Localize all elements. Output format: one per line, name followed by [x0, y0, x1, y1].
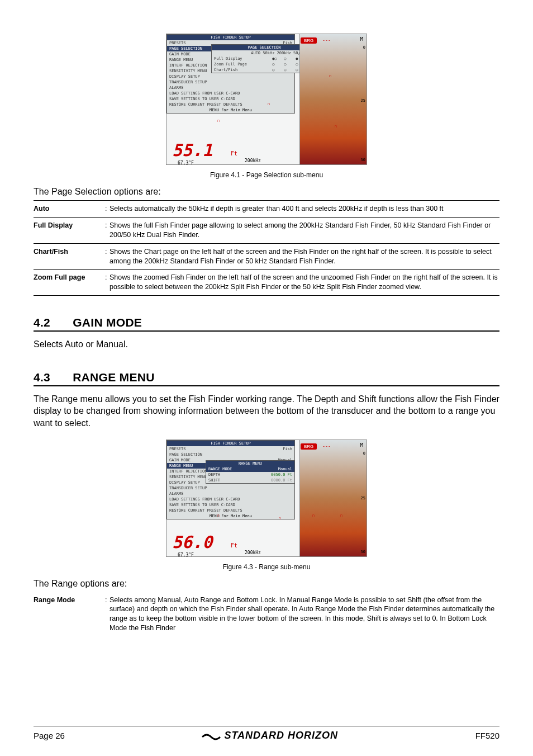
fig3-scale: 0 [363, 451, 365, 456]
figure-4-3-caption: Figure 4.3 - Range sub-menu [34, 563, 499, 571]
fig1-menu-row: RESTORE CURRENT PRESET DEFAULTS [167, 102, 294, 107]
fig1-m-label: M [360, 36, 363, 42]
option-desc: Selects automatically the 50kHz if depth… [110, 201, 499, 218]
fish-icon: ∩ [217, 513, 220, 518]
section-4-2-body: Selects Auto or Manual. [34, 338, 499, 351]
fig1-scale: 0 [363, 45, 365, 50]
range-options-table: Range Mode : Selects among Manual, Auto … [34, 592, 499, 637]
colon: : [105, 243, 110, 270]
page-selection-intro: The Page Selection options are: [34, 187, 499, 197]
figure-4-3: FISH FINDER SETUP PRESETSFish PAGE SELEC… [34, 440, 499, 571]
option-desc: Shows the zoomed Fish Finder on the left… [110, 270, 499, 296]
fig3-submenu-header: RANGE MENU [206, 461, 294, 466]
section-4-3-title: RANGE MENU [73, 371, 155, 384]
table-row: Range Mode : Selects among Manual, Auto … [34, 592, 499, 637]
fig1-depth-value: 55.1 [172, 140, 212, 160]
section-4-2-number: 4.2 [34, 316, 69, 329]
fig3-menu-footer: MENU For Main Menu [167, 513, 294, 519]
fig1-menu-footer: MENU For Main Menu [167, 107, 294, 113]
fig1-menu-row: LOAD SETTINGS FROM USER C-CARD [167, 91, 294, 96]
option-label: Range Mode [34, 592, 105, 637]
figure-4-3-image: FISH FINDER SETUP PRESETSFish PAGE SELEC… [166, 440, 367, 557]
fig1-temp: 67.3°F [178, 160, 194, 165]
page-selection-options-table: Auto : Selects automatically the 50kHz i… [34, 200, 499, 296]
fig3-menu-row: RESTORE CURRENT PRESET DEFAULTS [167, 508, 294, 513]
fig1-menu-row: SAVE SETTINGS TO USER C-CARD [167, 96, 294, 102]
option-label: Auto [34, 201, 105, 218]
fig3-temp: 67.3°F [178, 552, 194, 557]
fish-icon: ∩ [312, 513, 315, 518]
section-4-3-body: The Range menu allows you to set the Fis… [34, 393, 499, 429]
range-intro: The Range options are: [34, 579, 499, 589]
colon: : [105, 270, 110, 296]
fig3-submenu-row: DEPTH0050.0 Ft [206, 472, 294, 478]
fish-icon: ∩ [334, 124, 337, 129]
footer-model: FF520 [475, 731, 499, 740]
option-label: Chart/Fish [34, 243, 105, 270]
colon: : [105, 201, 110, 218]
fish-icon: ∩ [329, 73, 332, 78]
fig3-submenu-row: RANGE MODEManual [206, 466, 294, 472]
fig3-frequency: 200kHz [245, 550, 261, 555]
fish-icon: ∩ [278, 516, 282, 521]
section-4-3-number: 4.3 [34, 371, 69, 384]
fig3-dashes: --- [323, 443, 331, 449]
fig3-depth-value: 56.0 [172, 532, 212, 552]
fig3-menu-row: SAVE SETTINGS TO USER C-CARD [167, 502, 294, 508]
fig1-menu-row: DISPLAY SETUP [167, 74, 294, 79]
fish-icon: ∩ [217, 118, 220, 123]
table-row: Full Display : Shows the full Fish Finde… [34, 217, 499, 243]
fig3-submenu: RANGE MENU RANGE MODEManual DEPTH0050.0 … [206, 460, 295, 484]
page-footer: Page 26 STANDARD HORIZON FF520 [34, 726, 499, 741]
fig1-menu-row: ALARMS [167, 85, 294, 91]
colon: : [105, 217, 110, 243]
fig3-menu-row: PAGE SELECTION [167, 452, 294, 457]
fish-icon: ∩ [340, 513, 343, 518]
fig3-menu-header: FISH FINDER SETUP [167, 441, 294, 446]
fig3-m-label: M [360, 442, 363, 448]
brg-badge: BRG [301, 443, 317, 450]
section-4-2-title: GAIN MODE [73, 316, 142, 329]
figure-4-1: FISH FINDER SETUP PRESETSFish PAGE SELEC… [34, 34, 499, 179]
fig3-menu-row: LOAD SETTINGS FROM USER C-CARD [167, 497, 294, 502]
fig1-depth-unit: Ft [231, 150, 237, 157]
brg-badge: BRG [301, 37, 317, 44]
fig3-menu-row: TRANSDUCER SETUP [167, 485, 294, 491]
fish-icon: ∩ [267, 101, 270, 106]
option-desc: Shows the Chart page on the left half of… [110, 243, 499, 270]
fig3-menu-row: PRESETSFish [167, 446, 294, 452]
table-row: Zoom Full page : Shows the zoomed Fish F… [34, 270, 499, 296]
figure-4-1-image: FISH FINDER SETUP PRESETSFish PAGE SELEC… [166, 34, 367, 165]
fig1-menu-row: TRANSDUCER SETUP [167, 79, 294, 85]
fig3-scale: 50 [361, 550, 365, 554]
option-label: Full Display [34, 217, 105, 243]
table-row: Auto : Selects automatically the 50kHz i… [34, 201, 499, 218]
table-row: Chart/Fish : Shows the Chart page on the… [34, 243, 499, 270]
fig1-scale: 25 [361, 98, 365, 103]
footer-page-number: Page 26 [34, 731, 65, 740]
fig1-sonar-panel [299, 34, 367, 164]
fig3-submenu-row: SHIFT0000.0 Ft [206, 478, 294, 483]
fig1-menu-header: FISH FINDER SETUP [167, 35, 294, 40]
fig1-scale: 50 [361, 158, 365, 162]
brand-logo-icon [202, 731, 221, 740]
colon: : [105, 592, 110, 637]
fig1-dashes: --- [323, 37, 331, 43]
figure-4-1-caption: Figure 4.1 - Page Selection sub-menu [34, 171, 499, 179]
option-label: Zoom Full page [34, 270, 105, 296]
footer-brand: STANDARD HORIZON [202, 730, 338, 741]
section-4-2-heading: 4.2 GAIN MODE [34, 316, 499, 332]
option-desc: Shows the full Fish Finder page allowing… [110, 217, 499, 243]
footer-brand-text: STANDARD HORIZON [224, 730, 338, 741]
fig3-scale: 25 [361, 496, 365, 500]
option-desc: Selects among Manual, Auto Range and Bot… [110, 592, 499, 637]
fig3-menu-row: ALARMS [167, 491, 294, 497]
fig3-depth-unit: Ft [231, 542, 237, 549]
fig1-frequency: 200kHz [245, 158, 261, 163]
fig3-sonar-panel [299, 440, 367, 556]
section-4-3-heading: 4.3 RANGE MENU [34, 371, 499, 386]
